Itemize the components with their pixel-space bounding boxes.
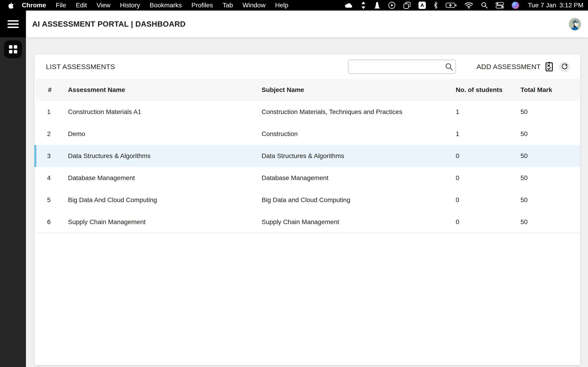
search-box [348, 60, 456, 74]
table-row[interactable]: 1 Construction Materials A1 Construction… [35, 101, 580, 123]
app-header: AI ASSESSMENT PORTAL | DASHBOARD [26, 10, 588, 37]
apple-menu-icon[interactable] [8, 2, 14, 9]
menu-history[interactable]: History [115, 2, 145, 9]
col-header-no-of-students: No. of students [456, 79, 520, 101]
menu-chrome[interactable]: Chrome [17, 2, 51, 9]
add-assessment-label: ADD ASSESSMENT [477, 63, 541, 71]
table-row-selected[interactable]: 3 Data Structures & Algorithms Data Stru… [35, 145, 580, 167]
play-circle-icon[interactable] [388, 1, 396, 9]
bluetooth-icon[interactable] [434, 1, 438, 9]
table-row[interactable]: 2 Demo Construction 1 50 [35, 123, 580, 145]
spotlight-search-icon[interactable] [481, 1, 488, 9]
menu-view[interactable]: View [92, 2, 115, 9]
apps-grid-icon [9, 45, 17, 53]
add-assessment-button[interactable]: ADD ASSESSMENT [477, 62, 553, 72]
table-row[interactable]: 5 Big Data And Cloud Computing Big Data … [35, 189, 580, 211]
menu-window[interactable]: Window [238, 2, 270, 9]
hamburger-menu-icon[interactable] [8, 20, 19, 28]
assessments-table: # Assessment Name Subject Name No. of st… [35, 79, 580, 233]
card-toolbar: LIST ASSESSMENTS ADD ASSESSMENT [35, 54, 580, 79]
icloud-icon[interactable] [345, 1, 353, 9]
menu-bar-status: A Tue 7 Jan 3:12 PM [345, 1, 583, 9]
table-row[interactable]: 6 Supply Chain Management Supply Chain M… [35, 211, 580, 233]
menu-edit[interactable]: Edit [71, 2, 92, 9]
menu-bar-left: Chrome File Edit View History Bookmarks … [8, 2, 293, 9]
menu-help[interactable]: Help [270, 2, 293, 9]
vlc-cone-icon[interactable] [374, 1, 380, 9]
table-header-row: # Assessment Name Subject Name No. of st… [35, 79, 580, 101]
table-row[interactable]: 4 Database Management Database Managemen… [35, 167, 580, 189]
col-header-num: # [35, 79, 68, 101]
window-stack-icon[interactable] [403, 1, 411, 9]
battery-charging-icon[interactable] [446, 1, 457, 9]
sidebar-top [0, 10, 26, 37]
wifi-icon[interactable] [464, 1, 473, 9]
col-header-total-mark: Total Mark [520, 79, 580, 101]
siri-icon[interactable] [512, 1, 519, 9]
search-input[interactable] [348, 60, 456, 74]
page-title: AI ASSESSMENT PORTAL | DASHBOARD [32, 20, 186, 28]
refresh-button[interactable] [559, 61, 570, 72]
menu-bookmarks[interactable]: Bookmarks [145, 2, 187, 9]
menu-tab[interactable]: Tab [218, 2, 238, 9]
sidebar-item-dashboard[interactable] [4, 40, 22, 58]
menu-file[interactable]: File [51, 2, 71, 9]
col-header-assessment-name: Assessment Name [68, 79, 262, 101]
menu-profiles[interactable]: Profiles [187, 2, 218, 9]
sidebar [0, 10, 26, 367]
clock-time: 3:12 PM [560, 2, 583, 9]
clock-date: Tue 7 Jan [528, 2, 556, 9]
screen: Chrome File Edit View History Bookmarks … [0, 0, 588, 367]
col-header-subject-name: Subject Name [262, 79, 456, 101]
macos-menu-bar: Chrome File Edit View History Bookmarks … [0, 0, 588, 10]
avatar[interactable] [569, 18, 581, 30]
refresh-icon [561, 63, 568, 70]
section-title: LIST ASSESSMENTS [46, 63, 115, 71]
updown-arrows-icon[interactable] [361, 1, 366, 9]
control-center-icon[interactable] [496, 1, 504, 9]
clipboard-tasks-icon [545, 62, 553, 72]
input-source-a-icon[interactable]: A [418, 1, 426, 9]
search-icon [445, 63, 453, 71]
menu-bar-clock[interactable]: Tue 7 Jan 3:12 PM [528, 2, 583, 9]
assessments-card: LIST ASSESSMENTS ADD ASSESSMENT [35, 54, 580, 365]
content-area: LIST ASSESSMENTS ADD ASSESSMENT [26, 37, 588, 367]
